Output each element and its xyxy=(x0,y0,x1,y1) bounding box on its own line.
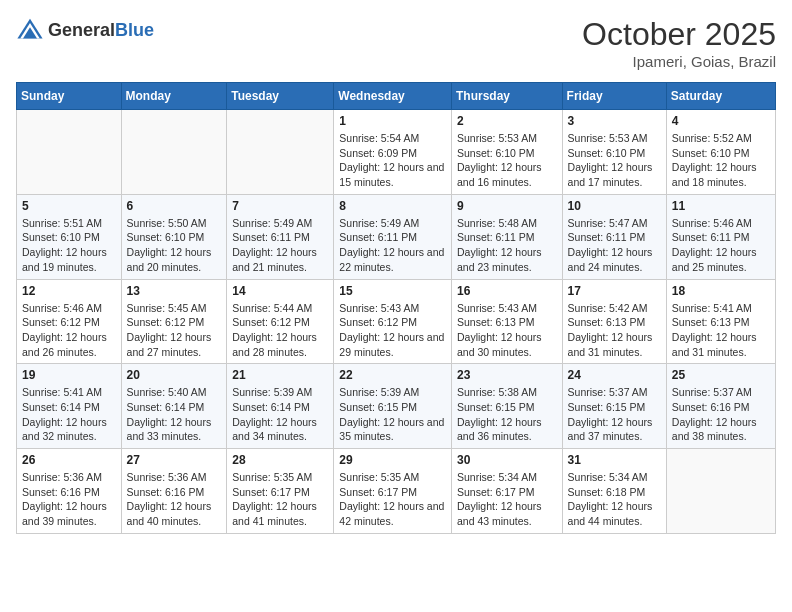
day-info: Sunrise: 5:47 AMSunset: 6:11 PMDaylight:… xyxy=(568,216,661,275)
table-row: 22Sunrise: 5:39 AMSunset: 6:15 PMDayligh… xyxy=(334,364,452,449)
day-info: Sunrise: 5:49 AMSunset: 6:11 PMDaylight:… xyxy=(339,216,446,275)
day-number: 5 xyxy=(22,199,116,213)
day-number: 18 xyxy=(672,284,770,298)
day-info: Sunrise: 5:52 AMSunset: 6:10 PMDaylight:… xyxy=(672,131,770,190)
table-row: 11Sunrise: 5:46 AMSunset: 6:11 PMDayligh… xyxy=(666,194,775,279)
table-row: 5Sunrise: 5:51 AMSunset: 6:10 PMDaylight… xyxy=(17,194,122,279)
day-number: 13 xyxy=(127,284,222,298)
page-header: GeneralBlue October 2025 Ipameri, Goias,… xyxy=(16,16,776,70)
table-row: 7Sunrise: 5:49 AMSunset: 6:11 PMDaylight… xyxy=(227,194,334,279)
day-number: 15 xyxy=(339,284,446,298)
table-row: 26Sunrise: 5:36 AMSunset: 6:16 PMDayligh… xyxy=(17,449,122,534)
calendar-week-row: 5Sunrise: 5:51 AMSunset: 6:10 PMDaylight… xyxy=(17,194,776,279)
logo-icon xyxy=(16,16,44,44)
day-number: 9 xyxy=(457,199,557,213)
day-info: Sunrise: 5:46 AMSunset: 6:11 PMDaylight:… xyxy=(672,216,770,275)
day-info: Sunrise: 5:53 AMSunset: 6:10 PMDaylight:… xyxy=(568,131,661,190)
table-row: 19Sunrise: 5:41 AMSunset: 6:14 PMDayligh… xyxy=(17,364,122,449)
day-number: 27 xyxy=(127,453,222,467)
day-info: Sunrise: 5:38 AMSunset: 6:15 PMDaylight:… xyxy=(457,385,557,444)
logo-text-blue: Blue xyxy=(115,20,154,40)
table-row: 23Sunrise: 5:38 AMSunset: 6:15 PMDayligh… xyxy=(451,364,562,449)
day-number: 29 xyxy=(339,453,446,467)
table-row: 25Sunrise: 5:37 AMSunset: 6:16 PMDayligh… xyxy=(666,364,775,449)
table-row xyxy=(17,110,122,195)
day-number: 7 xyxy=(232,199,328,213)
day-info: Sunrise: 5:43 AMSunset: 6:13 PMDaylight:… xyxy=(457,301,557,360)
day-number: 22 xyxy=(339,368,446,382)
col-thursday: Thursday xyxy=(451,83,562,110)
day-number: 1 xyxy=(339,114,446,128)
table-row xyxy=(666,449,775,534)
table-row: 28Sunrise: 5:35 AMSunset: 6:17 PMDayligh… xyxy=(227,449,334,534)
day-number: 14 xyxy=(232,284,328,298)
day-info: Sunrise: 5:39 AMSunset: 6:14 PMDaylight:… xyxy=(232,385,328,444)
logo-text-general: General xyxy=(48,20,115,40)
day-info: Sunrise: 5:54 AMSunset: 6:09 PMDaylight:… xyxy=(339,131,446,190)
day-info: Sunrise: 5:41 AMSunset: 6:14 PMDaylight:… xyxy=(22,385,116,444)
table-row xyxy=(227,110,334,195)
table-row: 17Sunrise: 5:42 AMSunset: 6:13 PMDayligh… xyxy=(562,279,666,364)
day-number: 8 xyxy=(339,199,446,213)
day-number: 4 xyxy=(672,114,770,128)
table-row: 6Sunrise: 5:50 AMSunset: 6:10 PMDaylight… xyxy=(121,194,227,279)
table-row: 1Sunrise: 5:54 AMSunset: 6:09 PMDaylight… xyxy=(334,110,452,195)
day-number: 23 xyxy=(457,368,557,382)
day-number: 31 xyxy=(568,453,661,467)
day-number: 25 xyxy=(672,368,770,382)
logo: GeneralBlue xyxy=(16,16,154,44)
day-number: 28 xyxy=(232,453,328,467)
title-block: October 2025 Ipameri, Goias, Brazil xyxy=(582,16,776,70)
col-sunday: Sunday xyxy=(17,83,122,110)
day-info: Sunrise: 5:36 AMSunset: 6:16 PMDaylight:… xyxy=(22,470,116,529)
table-row: 2Sunrise: 5:53 AMSunset: 6:10 PMDaylight… xyxy=(451,110,562,195)
day-info: Sunrise: 5:53 AMSunset: 6:10 PMDaylight:… xyxy=(457,131,557,190)
day-number: 21 xyxy=(232,368,328,382)
table-row: 9Sunrise: 5:48 AMSunset: 6:11 PMDaylight… xyxy=(451,194,562,279)
day-number: 17 xyxy=(568,284,661,298)
table-row: 3Sunrise: 5:53 AMSunset: 6:10 PMDaylight… xyxy=(562,110,666,195)
calendar-week-row: 26Sunrise: 5:36 AMSunset: 6:16 PMDayligh… xyxy=(17,449,776,534)
day-number: 19 xyxy=(22,368,116,382)
day-info: Sunrise: 5:34 AMSunset: 6:18 PMDaylight:… xyxy=(568,470,661,529)
calendar-week-row: 19Sunrise: 5:41 AMSunset: 6:14 PMDayligh… xyxy=(17,364,776,449)
table-row: 8Sunrise: 5:49 AMSunset: 6:11 PMDaylight… xyxy=(334,194,452,279)
day-number: 6 xyxy=(127,199,222,213)
day-number: 30 xyxy=(457,453,557,467)
day-number: 16 xyxy=(457,284,557,298)
table-row: 30Sunrise: 5:34 AMSunset: 6:17 PMDayligh… xyxy=(451,449,562,534)
day-info: Sunrise: 5:40 AMSunset: 6:14 PMDaylight:… xyxy=(127,385,222,444)
table-row: 24Sunrise: 5:37 AMSunset: 6:15 PMDayligh… xyxy=(562,364,666,449)
day-info: Sunrise: 5:43 AMSunset: 6:12 PMDaylight:… xyxy=(339,301,446,360)
day-number: 20 xyxy=(127,368,222,382)
table-row: 20Sunrise: 5:40 AMSunset: 6:14 PMDayligh… xyxy=(121,364,227,449)
day-number: 10 xyxy=(568,199,661,213)
day-number: 3 xyxy=(568,114,661,128)
table-row: 4Sunrise: 5:52 AMSunset: 6:10 PMDaylight… xyxy=(666,110,775,195)
day-info: Sunrise: 5:44 AMSunset: 6:12 PMDaylight:… xyxy=(232,301,328,360)
col-wednesday: Wednesday xyxy=(334,83,452,110)
table-row: 16Sunrise: 5:43 AMSunset: 6:13 PMDayligh… xyxy=(451,279,562,364)
day-info: Sunrise: 5:39 AMSunset: 6:15 PMDaylight:… xyxy=(339,385,446,444)
calendar-week-row: 1Sunrise: 5:54 AMSunset: 6:09 PMDaylight… xyxy=(17,110,776,195)
table-row: 12Sunrise: 5:46 AMSunset: 6:12 PMDayligh… xyxy=(17,279,122,364)
table-row: 29Sunrise: 5:35 AMSunset: 6:17 PMDayligh… xyxy=(334,449,452,534)
calendar: Sunday Monday Tuesday Wednesday Thursday… xyxy=(16,82,776,534)
table-row: 15Sunrise: 5:43 AMSunset: 6:12 PMDayligh… xyxy=(334,279,452,364)
col-tuesday: Tuesday xyxy=(227,83,334,110)
day-info: Sunrise: 5:42 AMSunset: 6:13 PMDaylight:… xyxy=(568,301,661,360)
day-info: Sunrise: 5:37 AMSunset: 6:15 PMDaylight:… xyxy=(568,385,661,444)
day-number: 24 xyxy=(568,368,661,382)
day-info: Sunrise: 5:41 AMSunset: 6:13 PMDaylight:… xyxy=(672,301,770,360)
day-info: Sunrise: 5:49 AMSunset: 6:11 PMDaylight:… xyxy=(232,216,328,275)
table-row: 18Sunrise: 5:41 AMSunset: 6:13 PMDayligh… xyxy=(666,279,775,364)
calendar-header-row: Sunday Monday Tuesday Wednesday Thursday… xyxy=(17,83,776,110)
month-year: October 2025 xyxy=(582,16,776,53)
day-info: Sunrise: 5:34 AMSunset: 6:17 PMDaylight:… xyxy=(457,470,557,529)
table-row: 31Sunrise: 5:34 AMSunset: 6:18 PMDayligh… xyxy=(562,449,666,534)
day-info: Sunrise: 5:35 AMSunset: 6:17 PMDaylight:… xyxy=(339,470,446,529)
location: Ipameri, Goias, Brazil xyxy=(582,53,776,70)
day-info: Sunrise: 5:37 AMSunset: 6:16 PMDaylight:… xyxy=(672,385,770,444)
day-number: 26 xyxy=(22,453,116,467)
day-info: Sunrise: 5:46 AMSunset: 6:12 PMDaylight:… xyxy=(22,301,116,360)
